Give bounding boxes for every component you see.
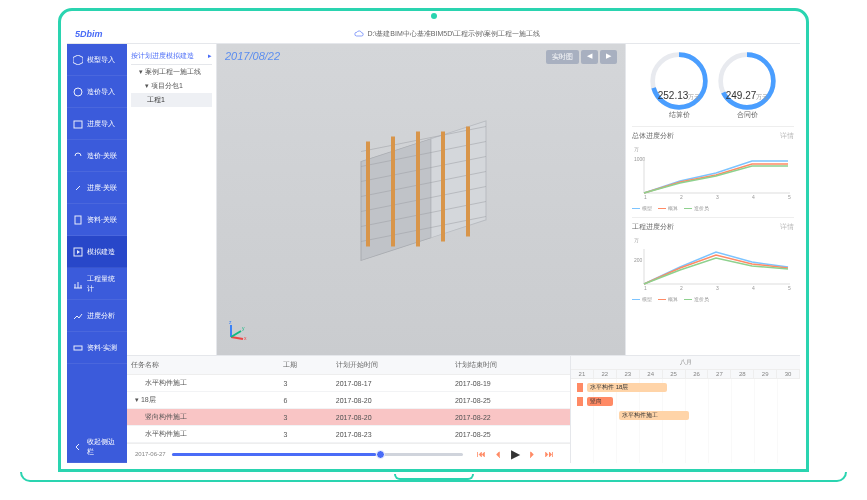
svg-text:1: 1 — [644, 194, 647, 199]
gantt-days: 21222324252627282930 — [571, 370, 800, 379]
table-row[interactable]: ▾ 18层62017-08-202017-08-25 — [127, 392, 570, 409]
gauge-contract: 249.27万元 合同价 — [716, 50, 778, 120]
svg-text:y: y — [242, 325, 245, 331]
sidebar-item-material-measure[interactable]: 资料·实测 — [67, 332, 127, 364]
viewport-prev-button[interactable]: ◀ — [581, 50, 598, 64]
svg-text:x: x — [244, 335, 247, 341]
gantt-month: 八月 — [571, 356, 800, 370]
app-screen: 5Dbim D:\基建BIM中心基准BIM5D\工程示例\案例工程一施工线 模型… — [67, 24, 800, 463]
sidebar-item-schedule-import[interactable]: 进度导入 — [67, 108, 127, 140]
viewport-next-button[interactable]: ▶ — [600, 50, 617, 64]
tree-title: 按计划进度模拟建造▸ — [131, 48, 212, 65]
breadcrumb: D:\基建BIM中心基准BIM5D\工程示例\案例工程一施工线 — [103, 29, 792, 39]
svg-text:z: z — [229, 319, 232, 325]
tree-child[interactable]: ▾ 项目分包1 — [131, 79, 212, 93]
chart-overall: 总体进度分析详情 万 1000 12345 — [632, 126, 794, 211]
svg-rect-1 — [74, 121, 82, 128]
svg-text:5: 5 — [788, 285, 791, 290]
gantt-bar[interactable]: 竖向 — [587, 397, 613, 406]
sidebar: 模型导入 造价导入 进度导入 造价·关联 进度·关联 资料·关联 模拟建造 工程… — [67, 44, 127, 463]
svg-text:万: 万 — [634, 146, 639, 152]
trend-icon — [73, 311, 83, 321]
sidebar-item-material-link[interactable]: 资料·关联 — [67, 204, 127, 236]
sidebar-item-simulate[interactable]: 模拟建造 — [67, 236, 127, 268]
chart-project: 工程进度分析详情 万 200 12345 — [632, 217, 794, 302]
sidebar-item-model-import[interactable]: 模型导入 — [67, 44, 127, 76]
table-row[interactable]: 水平构件施工32017-08-172017-08-19 — [127, 375, 570, 392]
sidebar-item-quantity[interactable]: 工程量统计 — [67, 268, 127, 300]
fast-fwd-button[interactable]: ⏭ — [545, 449, 554, 459]
timeline-date: 2017-06-27 — [135, 451, 166, 457]
gauge-settlement: 252.13万元 结算价 — [648, 50, 710, 120]
col-dur[interactable]: 工期 — [279, 356, 331, 375]
svg-text:2: 2 — [680, 285, 683, 290]
svg-text:200: 200 — [634, 257, 643, 263]
gantt-bar[interactable]: 水平构件 18层 — [587, 383, 667, 392]
cube-icon — [73, 55, 83, 65]
gantt-body[interactable]: 水平构件 18层 竖向 水平构件施工 — [571, 379, 800, 463]
tree-panel: 按计划进度模拟建造▸ ▾ 案例工程一施工线 ▾ 项目分包1 工程1 — [127, 44, 217, 355]
step-back-button[interactable]: ⏴ — [494, 449, 503, 459]
chart-icon — [73, 279, 83, 289]
svg-rect-18 — [466, 126, 470, 236]
step-fwd-button[interactable]: ⏵ — [528, 449, 537, 459]
svg-rect-16 — [416, 131, 420, 246]
viewport-mode-button[interactable]: 实时图 — [546, 50, 579, 64]
col-name[interactable]: 任务名称 — [127, 356, 279, 375]
svg-text:4: 4 — [752, 194, 755, 199]
chart-more-link[interactable]: 详情 — [780, 131, 794, 141]
col-end[interactable]: 计划结束时间 — [451, 356, 570, 375]
svg-rect-4 — [74, 346, 82, 350]
svg-rect-6 — [431, 120, 486, 237]
svg-rect-14 — [366, 141, 370, 246]
gantt-bar[interactable]: 水平构件施工 — [619, 411, 689, 420]
axis-gizmo[interactable]: z x y — [227, 319, 249, 341]
viewport-date: 2017/08/22 — [225, 50, 280, 62]
svg-text:2: 2 — [680, 194, 683, 199]
calendar-icon — [73, 119, 83, 129]
svg-point-0 — [74, 88, 82, 96]
svg-text:1: 1 — [644, 285, 647, 290]
svg-text:3: 3 — [716, 194, 719, 199]
app-logo: 5Dbim — [75, 29, 103, 39]
svg-text:4: 4 — [752, 285, 755, 290]
svg-rect-17 — [441, 131, 445, 241]
svg-line-21 — [231, 337, 243, 339]
gantt-panel: 八月 21222324252627282930 水平构件 18层 竖向 水平构件… — [570, 356, 800, 463]
tree-root[interactable]: ▾ 案例工程一施工线 — [131, 65, 212, 79]
collapse-icon — [73, 442, 83, 452]
sidebar-item-cost-link[interactable]: 造价·关联 — [67, 140, 127, 172]
sidebar-item-schedule-link[interactable]: 进度·关联 — [67, 172, 127, 204]
coin-icon — [73, 87, 83, 97]
sidebar-item-cost-import[interactable]: 造价导入 — [67, 76, 127, 108]
link-icon — [73, 151, 83, 161]
link2-icon — [73, 183, 83, 193]
timeline-slider[interactable] — [172, 453, 463, 456]
rewind-button[interactable]: ⏮ — [477, 449, 486, 459]
chart-more-link-2[interactable]: 详情 — [780, 222, 794, 232]
task-table: 任务名称 工期 计划开始时间 计划结束时间 水平构件施工32017-08-172… — [127, 356, 570, 443]
svg-text:3: 3 — [716, 285, 719, 290]
topbar: 5Dbim D:\基建BIM中心基准BIM5D\工程示例\案例工程一施工线 — [67, 24, 800, 44]
svg-line-23 — [231, 331, 241, 337]
doc-icon — [73, 215, 83, 225]
tree-leaf[interactable]: 工程1 — [131, 93, 212, 107]
svg-rect-2 — [75, 216, 81, 224]
col-start[interactable]: 计划开始时间 — [332, 356, 451, 375]
svg-text:5: 5 — [788, 194, 791, 199]
building-model — [321, 106, 521, 276]
table-row[interactable]: 水平构件施工32017-08-232017-08-25 — [127, 426, 570, 443]
svg-text:万: 万 — [634, 237, 639, 243]
ruler-icon — [73, 343, 83, 353]
cloud-icon — [354, 30, 364, 37]
laptop-frame-decor: 5Dbim D:\基建BIM中心基准BIM5D\工程示例\案例工程一施工线 模型… — [0, 0, 867, 500]
dashboard-panel: 252.13万元 结算价 249.27万元 合同价 总体进 — [625, 44, 800, 355]
table-row[interactable]: 竖向构件施工32017-08-202017-08-22 — [127, 409, 570, 426]
svg-rect-15 — [391, 136, 395, 246]
sidebar-collapse[interactable]: 收起侧边栏 — [67, 431, 127, 463]
sidebar-item-progress-analysis[interactable]: 进度分析 — [67, 300, 127, 332]
play-button[interactable]: ▶ — [511, 447, 520, 461]
play-box-icon — [73, 247, 83, 257]
3d-viewport[interactable]: 2017/08/22 实时图 ◀ ▶ — [217, 44, 625, 355]
task-table-pane: 任务名称 工期 计划开始时间 计划结束时间 水平构件施工32017-08-172… — [127, 356, 570, 463]
